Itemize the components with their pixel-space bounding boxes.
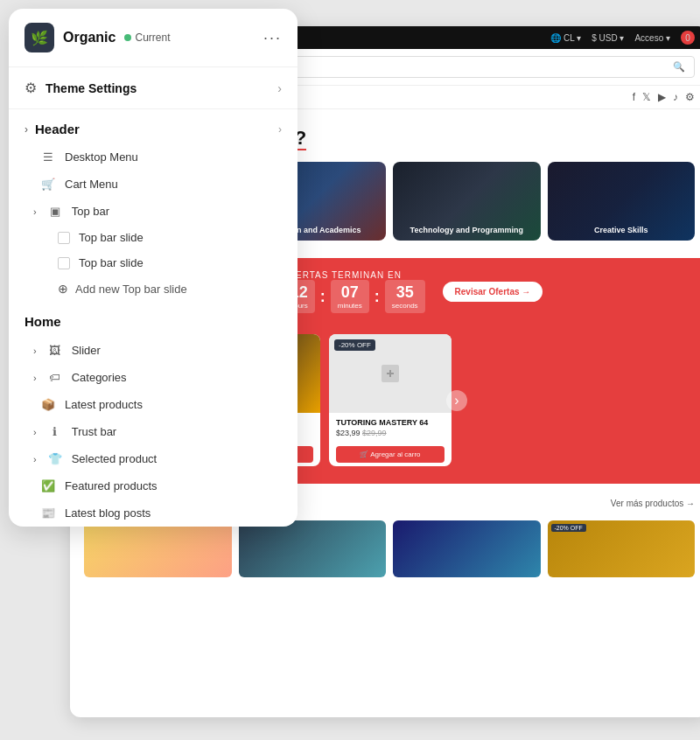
bs-card-0[interactable] xyxy=(84,520,232,577)
country-selector[interactable]: 🌐 CL ▾ xyxy=(550,33,581,43)
bs-card-1[interactable] xyxy=(239,520,387,577)
add-icon: ⊕ xyxy=(58,282,68,296)
colon-2: : xyxy=(320,288,326,306)
access-btn[interactable]: Acceso ▾ xyxy=(634,33,670,43)
products-nav-arrow[interactable]: › xyxy=(446,390,467,411)
top-bar-slide-1[interactable]: Top bar slide xyxy=(9,225,298,250)
sidebar-app-header: 🌿 Organic Current ··· xyxy=(9,9,298,67)
categories-icon: 🏷 xyxy=(47,371,63,384)
product-thumb-1 xyxy=(378,361,402,386)
selected-product-item[interactable]: › 👕 Selected product xyxy=(9,445,298,472)
trust-bar-icon: ℹ xyxy=(47,425,63,438)
colon-3: : xyxy=(374,288,380,306)
header-section-label: Header xyxy=(35,122,80,136)
theme-settings-label: Theme Settings xyxy=(46,81,136,95)
hamburger-icon: ☰ xyxy=(40,150,56,164)
latest-blog-posts-label: Latest blog posts xyxy=(65,506,150,520)
latest-products-icon: 📦 xyxy=(40,398,56,411)
top-bar-slide-2-label: Top bar slide xyxy=(79,256,144,269)
trust-bar-item[interactable]: › ℹ Trust bar xyxy=(9,418,298,445)
see-more-link[interactable]: Ver más productos → xyxy=(611,499,695,508)
cart-menu-label: Cart Menu xyxy=(65,178,118,191)
countdown-seconds: 35 xyxy=(392,283,418,302)
current-label: Current xyxy=(135,31,170,44)
product-badge-1: -20% OFF xyxy=(334,339,375,351)
header-expand-icon: › xyxy=(24,123,28,136)
home-label: Home xyxy=(24,314,61,329)
desktop-menu-row[interactable]: ☰ Desktop Menu xyxy=(9,143,298,171)
settings-icon: ⚙ xyxy=(24,80,37,96)
selected-product-icon: 👕 xyxy=(47,452,63,465)
theme-settings-chevron: › xyxy=(277,81,282,95)
home-section-heading: Home xyxy=(9,302,298,337)
search-icon: 🔍 xyxy=(673,61,685,73)
latest-products-item[interactable]: 📦 Latest products xyxy=(9,391,298,418)
categories-expand-icon: › xyxy=(33,373,37,383)
green-dot-icon xyxy=(124,34,131,41)
trust-bar-expand-icon: › xyxy=(33,427,37,437)
more-options-button[interactable]: ··· xyxy=(263,29,282,47)
facebook-icon: f xyxy=(633,91,635,103)
cart-icon: 🛒 xyxy=(40,178,56,191)
countdown-minutes: 07 xyxy=(338,283,362,302)
selected-product-label: Selected product xyxy=(72,452,158,465)
cat-label-creative: Creative Skills xyxy=(553,226,690,235)
product-price-1: $23,99 $29,99 xyxy=(336,429,444,437)
header-section-chevron-right: › xyxy=(278,123,282,136)
selected-product-expand-icon: › xyxy=(33,454,37,464)
top-bar-expand-icon: › xyxy=(33,206,37,217)
product-name-1: TUTORING MASTERY 64 xyxy=(336,418,444,427)
slider-expand-icon: › xyxy=(33,346,37,356)
add-to-cart-button-1[interactable]: 🛒 Agregar al carro xyxy=(336,446,444,463)
add-top-bar-slide[interactable]: ⊕ Add new Top bar slide xyxy=(9,276,298,302)
top-bar-slide-2[interactable]: Top bar slide xyxy=(9,250,298,276)
featured-products-icon: ✅ xyxy=(40,479,56,492)
slider-item[interactable]: › 🖼 Slider xyxy=(9,337,298,364)
category-card-tech[interactable]: Technology and Programming xyxy=(393,162,541,241)
add-top-bar-label: Add new Top bar slide xyxy=(75,283,187,296)
top-bar-slide-1-label: Top bar slide xyxy=(79,231,144,244)
bs-card-2[interactable] xyxy=(393,520,541,577)
twitter-icon: 𝕏 xyxy=(642,91,651,103)
cat-label-tech: Technology and Programming xyxy=(398,226,536,235)
social-icons: f 𝕏 ▶ ♪ ⚙ xyxy=(633,91,695,103)
theme-settings-row[interactable]: ⚙ Theme Settings › xyxy=(9,67,298,109)
app-logo: 🌿 xyxy=(24,23,54,52)
product-info-1: TUTORING MASTERY 64 $23,99 $29,99 xyxy=(329,413,452,443)
countdown-minutes-label: minutes xyxy=(338,302,362,310)
latest-blog-posts-item[interactable]: 📰 Latest blog posts xyxy=(9,499,298,527)
countdown-seconds-label: seconds xyxy=(392,302,418,310)
bs-card-3[interactable]: -20% OFF xyxy=(548,520,696,577)
best-sellers-row: -20% OFF xyxy=(84,520,695,577)
header-section-heading[interactable]: › Header › xyxy=(9,109,298,143)
latest-blog-posts-icon: 📰 xyxy=(40,506,56,520)
youtube-icon: ▶ xyxy=(658,91,666,103)
cart-count-badge[interactable]: 0 xyxy=(681,31,695,45)
desktop-menu-label: Desktop Menu xyxy=(65,150,138,164)
top-bar-slide-1-checkbox[interactable] xyxy=(58,232,70,244)
cart-menu-row[interactable]: 🛒 Cart Menu xyxy=(9,171,298,198)
slider-icon: 🖼 xyxy=(47,344,63,357)
review-offers-button[interactable]: Revisar Ofertas → xyxy=(443,282,543,302)
featured-products-label: Featured products xyxy=(65,479,158,492)
categories-label: Categories xyxy=(72,371,127,384)
category-card-creative[interactable]: Creative Skills xyxy=(548,162,696,241)
settings-social-icon: ⚙ xyxy=(685,91,695,103)
app-name: Organic xyxy=(63,30,116,45)
top-bar-slide-2-checkbox[interactable] xyxy=(58,257,70,269)
product-image-1: -20% OFF xyxy=(329,334,452,413)
bs-badge-3: -20% OFF xyxy=(551,524,586,532)
latest-products-label: Latest products xyxy=(65,398,143,411)
slider-label: Slider xyxy=(72,344,101,357)
product-card-1[interactable]: -20% OFF TUTORING MASTERY 64 $23,99 $29,… xyxy=(329,334,452,466)
top-bar-collapsible[interactable]: › ▣ Top bar xyxy=(9,198,298,225)
categories-item[interactable]: › 🏷 Categories xyxy=(9,364,298,391)
currency-selector[interactable]: $ USD ▾ xyxy=(592,33,624,43)
trust-bar-label: Trust bar xyxy=(72,425,117,438)
tiktok-icon: ♪ xyxy=(673,91,678,103)
current-badge: Current xyxy=(124,31,170,44)
featured-products-item[interactable]: ✅ Featured products xyxy=(9,472,298,499)
sidebar-panel: 🌿 Organic Current ··· ⚙ Theme Settings ›… xyxy=(9,9,298,527)
top-bar-icon: ▣ xyxy=(47,205,63,218)
top-bar-label: Top bar xyxy=(72,205,109,218)
